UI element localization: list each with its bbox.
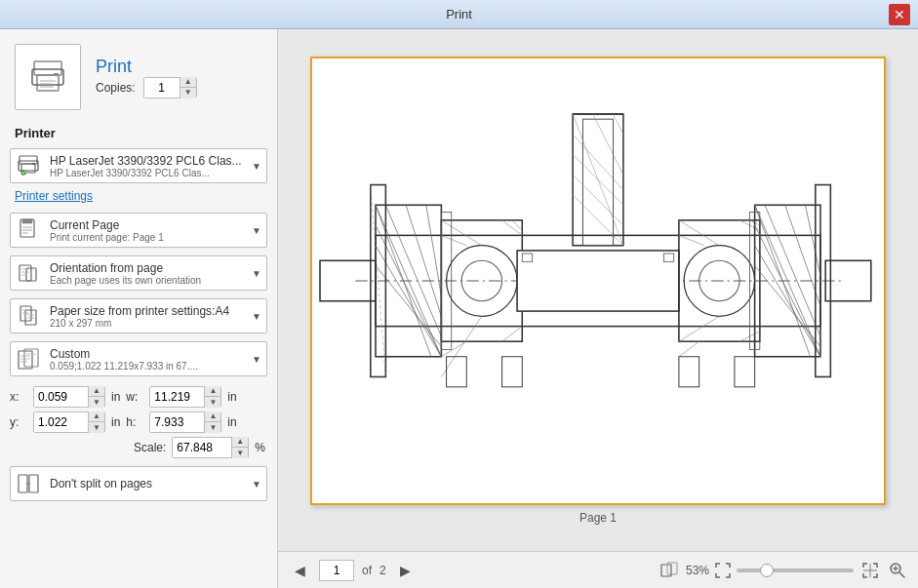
w-spinner[interactable]: ▲ ▼ [149, 386, 221, 408]
zoom-label: 53% [686, 564, 709, 577]
orientation-label: Orientation from page [50, 261, 243, 275]
svg-line-85 [755, 245, 820, 356]
w-increment[interactable]: ▲ [205, 386, 220, 397]
svg-line-70 [573, 194, 623, 245]
copies-input[interactable] [144, 78, 180, 98]
h-label: h: [126, 415, 143, 429]
w-decrement[interactable]: ▼ [205, 397, 220, 408]
paper-size-icon [11, 303, 46, 329]
custom-text: Custom 0.059;1.022 11.219x7.933 in 67...… [46, 343, 247, 375]
page-number-input[interactable] [319, 560, 354, 581]
paper-size-dropdown[interactable]: Paper size from printer settings:A4 210 … [10, 298, 267, 333]
zoom-slider[interactable] [737, 568, 854, 572]
x-spinner[interactable]: ▲ ▼ [33, 386, 105, 408]
svg-line-90 [805, 205, 820, 276]
x-spin-buttons: ▲ ▼ [88, 386, 104, 408]
svg-line-71 [614, 114, 623, 135]
current-page-sub: Print current page: Page 1 [50, 232, 243, 243]
svg-line-66 [593, 114, 623, 175]
no-split-icon [11, 471, 46, 496]
y-spin-buttons: ▲ ▼ [88, 412, 104, 433]
scale-increment[interactable]: ▲ [232, 437, 248, 448]
h-unit: in [227, 415, 236, 429]
no-split-arrow: ▼ [247, 479, 266, 490]
svg-line-106 [899, 572, 904, 577]
custom-icon [11, 346, 46, 372]
coords-section: x: ▲ ▼ in w: ▲ ▼ in [0, 380, 277, 462]
xy-row: x: ▲ ▼ in w: ▲ ▼ in [10, 386, 267, 408]
x-label: x: [10, 390, 27, 404]
h-increment[interactable]: ▲ [205, 412, 220, 422]
svg-rect-63 [582, 119, 613, 246]
x-input[interactable] [34, 387, 88, 407]
copies-spinner[interactable]: ▲ ▼ [143, 77, 197, 98]
printer-sub: HP LaserJet 3390/3392 PCL6 Clas... [50, 168, 243, 178]
scale-decrement[interactable]: ▼ [232, 448, 248, 458]
paper-size-text: Paper size from printer settings:A4 210 … [46, 300, 247, 333]
current-page-dropdown[interactable]: Current Page Print current page: Page 1 … [10, 213, 267, 248]
svg-line-46 [406, 205, 441, 316]
zoom-fit-icon [715, 563, 731, 578]
paper-size-label: Paper size from printer settings:A4 [50, 304, 243, 318]
orientation-arrow: ▼ [247, 268, 266, 279]
print-header: Print Copies: ▲ ▼ [0, 29, 277, 120]
current-page-text: Current Page Print current page: Page 1 [46, 215, 247, 247]
right-panel: Page 1 ◀ of 2 ▶ 53% [278, 29, 918, 588]
scale-spinner[interactable]: ▲ ▼ [172, 437, 249, 458]
zoom-extent-icon[interactable] [859, 560, 881, 581]
copies-increment[interactable]: ▲ [180, 77, 196, 88]
svg-line-47 [426, 205, 442, 295]
custom-dropdown[interactable]: Custom 0.059;1.022 11.219x7.933 in 67...… [10, 341, 267, 376]
svg-line-77 [679, 316, 719, 341]
total-pages: 2 [379, 564, 386, 577]
y-label: y: [10, 415, 27, 429]
svg-rect-61 [517, 250, 679, 310]
svg-line-56 [441, 316, 481, 376]
current-page-icon [11, 217, 46, 243]
x-decrement[interactable]: ▼ [89, 397, 104, 408]
title-bar: Print ✕ [0, 0, 918, 29]
scale-spin-buttons: ▲ ▼ [231, 437, 248, 458]
orientation-icon [11, 260, 46, 286]
main-container: Print Copies: ▲ ▼ Printer [0, 29, 918, 588]
h-decrement[interactable]: ▼ [205, 422, 220, 433]
h-input[interactable] [150, 412, 204, 432]
svg-line-58 [502, 219, 523, 235]
y-input[interactable] [34, 412, 88, 432]
svg-line-84 [755, 225, 820, 357]
window-title: Print [29, 7, 889, 21]
no-split-dropdown[interactable]: Don't split on pages ▼ [10, 466, 267, 501]
y-spinner[interactable]: ▲ ▼ [33, 412, 105, 433]
x-unit: in [111, 390, 120, 404]
svg-line-45 [385, 205, 441, 336]
cad-drawing [312, 59, 884, 503]
printer-name: HP LaserJet 3390/3392 PCL6 Clas... [50, 154, 243, 168]
fit-to-page-icon[interactable] [659, 560, 680, 581]
scale-input[interactable] [173, 438, 231, 457]
svg-rect-3 [54, 73, 59, 76]
prev-page-button[interactable]: ◀ [288, 559, 311, 582]
printer-settings-link[interactable]: Printer settings [0, 187, 277, 209]
x-increment[interactable]: ▲ [89, 386, 104, 397]
y-decrement[interactable]: ▼ [89, 422, 104, 433]
page-label: Page 1 [579, 511, 617, 525]
copies-decrement[interactable]: ▼ [180, 88, 196, 98]
svg-rect-17 [20, 265, 31, 281]
w-input[interactable] [150, 387, 204, 407]
y-increment[interactable]: ▲ [89, 412, 104, 422]
zoom-search-icon[interactable] [887, 560, 908, 581]
next-page-button[interactable]: ▶ [394, 559, 418, 582]
copies-spin-buttons: ▲ ▼ [180, 77, 196, 98]
printer-dropdown[interactable]: HP LaserJet 3390/3392 PCL6 Clas... HP La… [10, 148, 267, 183]
orientation-dropdown[interactable]: Orientation from page Each page uses its… [10, 255, 267, 291]
page-sheet [310, 57, 886, 505]
svg-rect-29 [24, 349, 38, 367]
current-page-label: Current Page [50, 218, 243, 232]
scale-unit: % [255, 441, 265, 454]
h-spinner[interactable]: ▲ ▼ [149, 412, 221, 433]
close-button[interactable]: ✕ [889, 4, 910, 25]
y-unit: in [111, 415, 120, 429]
svg-line-54 [441, 219, 481, 245]
page-container: Page 1 [310, 57, 886, 525]
svg-rect-35 [29, 475, 38, 492]
